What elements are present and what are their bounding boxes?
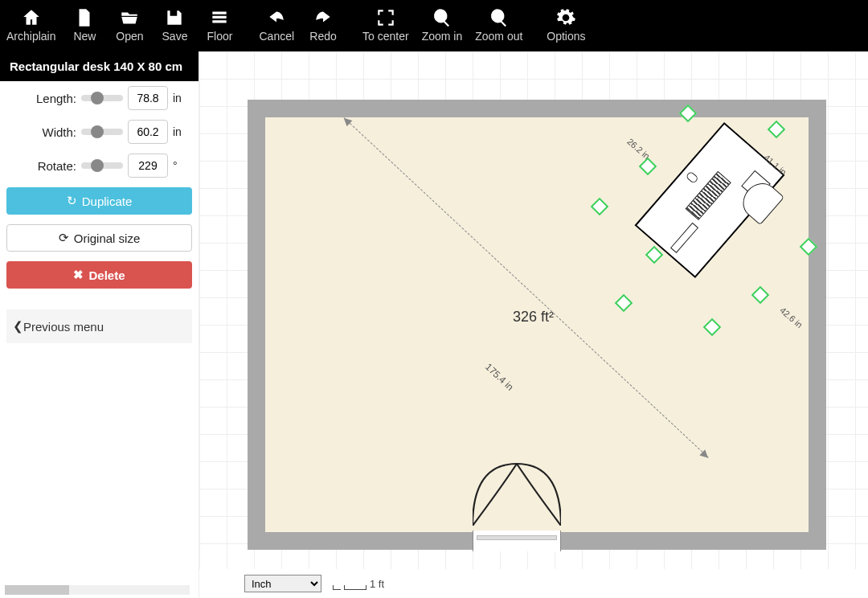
door-opening[interactable] (473, 530, 561, 551)
mouse-icon (686, 170, 699, 184)
file-icon (74, 7, 95, 28)
room-area-label: 326 ft² (513, 309, 554, 326)
width-row: Width: in (0, 115, 199, 149)
desk-tray (670, 223, 698, 253)
sidebar-scrollbar[interactable] (5, 585, 190, 595)
rotate-row: Rotate: ° (0, 149, 199, 182)
length-input[interactable] (128, 86, 168, 110)
dimension-a-label: 26.2 in (625, 137, 652, 162)
cancel-button[interactable]: Cancel (252, 0, 301, 51)
duplicate-button[interactable]: ↻ Duplicate (6, 187, 192, 215)
width-slider[interactable] (81, 129, 123, 135)
floor-button[interactable]: Floor (197, 0, 242, 51)
rotate-slider[interactable] (81, 162, 123, 169)
dimension-c-label: 42.6 in (778, 305, 805, 330)
redo-icon (313, 7, 334, 28)
length-label: Length: (36, 92, 76, 105)
redo-label: Redo (309, 30, 336, 43)
length-row: Length: in (0, 81, 199, 115)
home-label: Archiplain (6, 30, 55, 43)
unit-select[interactable]: Inch (244, 575, 321, 592)
zoom-in-label: Zoom in (422, 30, 463, 43)
width-input[interactable] (128, 120, 168, 144)
resize-handle[interactable] (751, 286, 770, 305)
zoom-in-button[interactable]: Zoom in (416, 0, 469, 51)
to-center-label: To center (362, 30, 409, 43)
cancel-label: Cancel (259, 30, 294, 43)
options-button[interactable]: Options (539, 0, 592, 51)
zoom-out-label: Zoom out (475, 30, 522, 43)
width-unit: in (173, 125, 190, 138)
chevron-left-icon: ❮ (13, 319, 23, 334)
save-icon (164, 7, 185, 28)
resize-handle[interactable] (703, 318, 722, 337)
width-label: Width: (42, 125, 76, 139)
original-size-button[interactable]: ⟳ Original size (6, 224, 192, 252)
options-label: Options (547, 30, 585, 43)
zoom-out-button[interactable]: Zoom out (469, 0, 529, 51)
selected-desk-object[interactable]: 26.2 in 41.1 in 42.6 in (593, 112, 810, 345)
floorplan-canvas[interactable]: 326 ft² 175.4 in 26.2 in 4 (199, 51, 868, 598)
to-center-button[interactable]: To center (356, 0, 416, 51)
scale-label: 1 ft (370, 578, 384, 590)
length-slider[interactable] (81, 95, 123, 101)
canvas-footer: Inch 1 ft (199, 569, 868, 598)
resize-handle[interactable] (591, 198, 609, 216)
home-icon (21, 7, 42, 28)
new-button[interactable]: New (62, 0, 107, 51)
rotate-unit: ° (173, 159, 190, 172)
resize-handle[interactable] (768, 121, 786, 139)
main-toolbar: Archiplain New Open Save Floor Cancel Re… (0, 0, 868, 51)
expand-icon (375, 7, 396, 28)
undo-icon (266, 7, 287, 28)
rotate-label: Rotate: (38, 159, 76, 173)
selection-title: Rectangular desk 140 X 80 cm (0, 51, 199, 81)
open-button[interactable]: Open (107, 0, 152, 51)
rotate-input[interactable] (128, 154, 168, 178)
resize-handle[interactable] (639, 158, 657, 176)
folder-open-icon (119, 7, 140, 28)
close-icon: ✖ (73, 268, 84, 282)
floor-label: Floor (207, 30, 233, 43)
duplicate-label: Duplicate (82, 195, 133, 208)
save-button[interactable]: Save (152, 0, 197, 51)
home-button[interactable]: Archiplain (0, 0, 62, 51)
door-object[interactable] (473, 437, 561, 526)
previous-menu-label: Previous menu (23, 320, 104, 334)
redo-button[interactable]: Redo (301, 0, 346, 51)
previous-menu-button[interactable]: ❮ Previous menu (6, 309, 192, 343)
resize-handle[interactable] (615, 294, 633, 313)
zoom-out-icon (489, 7, 510, 28)
floors-icon (209, 7, 230, 28)
new-label: New (73, 30, 96, 43)
scale-indicator: 1 ft (333, 578, 384, 590)
original-size-label: Original size (74, 231, 141, 245)
gear-icon (555, 7, 576, 28)
open-label: Open (116, 30, 143, 43)
delete-label: Delete (88, 268, 125, 282)
properties-sidebar: Rectangular desk 140 X 80 cm Length: in … (0, 51, 199, 598)
length-unit: in (173, 92, 190, 104)
refresh-icon: ⟳ (59, 231, 69, 245)
save-label: Save (162, 30, 188, 43)
delete-button[interactable]: ✖ Delete (6, 261, 192, 289)
duplicate-icon: ↻ (67, 194, 77, 208)
zoom-in-icon (432, 7, 452, 28)
